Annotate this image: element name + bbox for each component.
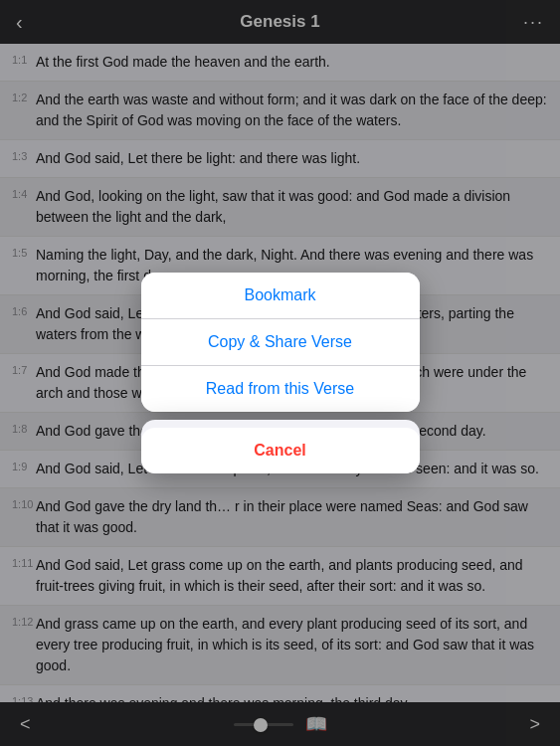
modal-overlay[interactable]: Bookmark Copy & Share Verse Read from th…	[0, 0, 560, 746]
copy-share-action[interactable]: Copy & Share Verse	[141, 319, 420, 366]
bookmark-action[interactable]: Bookmark	[141, 273, 420, 319]
read-from-action[interactable]: Read from this Verse	[141, 366, 420, 412]
cancel-action[interactable]: Cancel	[141, 428, 420, 473]
action-sheet: Bookmark Copy & Share Verse Read from th…	[141, 273, 420, 412]
action-sheet-container: Bookmark Copy & Share Verse Read from th…	[141, 273, 420, 473]
cancel-sheet: Cancel	[141, 420, 420, 473]
